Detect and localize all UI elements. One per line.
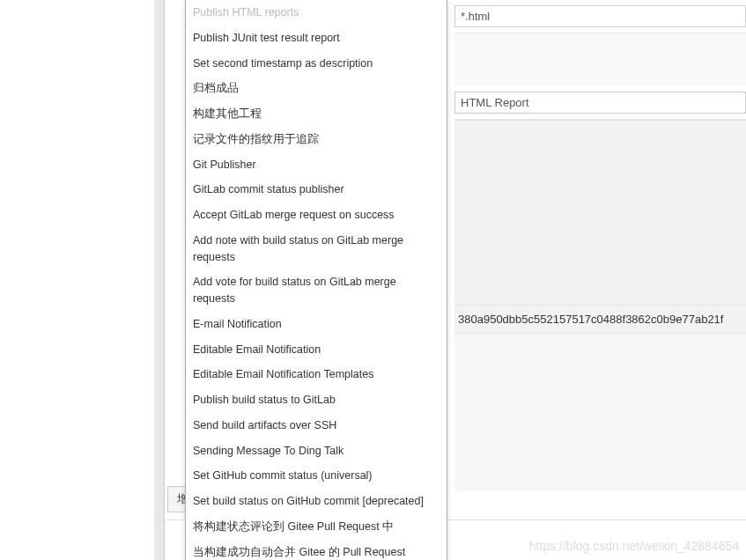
menu-item-build-other[interactable]: 构建其他工程 [186,101,447,127]
menu-item-accept-gitlab-mr[interactable]: Accept GitLab merge request on success [186,203,447,228]
menu-item-github-deprecated[interactable]: Set build status on GitHub commit [depre… [186,489,447,514]
menu-item-dingtalk[interactable]: Sending Message To Ding Talk [186,438,447,464]
post-build-actions-dropdown: Publish HTML reports Publish JUnit test … [185,0,447,560]
menu-item-gitlab-status[interactable]: GitLab commit status publisher [186,177,447,203]
menu-item-ssh-artifacts[interactable]: Send build artifacts over SSH [186,413,447,438]
spacer-row-3 [454,333,746,491]
form-row-2 [454,86,746,120]
menu-item-gitee-comment[interactable]: 将构建状态评论到 Gitee Pull Request 中 [186,514,447,540]
menu-item-git-publisher[interactable]: Git Publisher [186,152,447,178]
menu-item-editable-email[interactable]: Editable Email Notification [186,337,447,363]
menu-item-archive[interactable]: 归档成品 [186,76,447,101]
menu-item-publish-junit[interactable]: Publish JUnit test result report [186,26,447,51]
hash-value-row: 380a950dbb5c552157517c0488f3862c0b9e77ab… [454,305,746,333]
form-right-panel: 380a950dbb5c552157517c0488f3862c0b9e77ab… [454,0,746,491]
report-name-input[interactable] [454,92,746,114]
menu-item-set-timestamp[interactable]: Set second timestamp as description [186,51,447,77]
spacer-row-1 [454,33,746,86]
hash-text: 380a950dbb5c552157517c0488f3862c0b9e77ab… [458,313,723,326]
menu-item-add-note-gitlab[interactable]: Add note with build status on GitLab mer… [186,228,447,270]
menu-item-email[interactable]: E-mail Notification [186,312,447,337]
menu-item-editable-email-tpl[interactable]: Editable Email Notification Templates [186,362,447,387]
menu-item-gitee-merge[interactable]: 当构建成功自动合并 Gitee 的 Pull Request [186,540,447,561]
menu-item-publish-gitlab[interactable]: Publish build status to GitLab [186,387,447,413]
html-pattern-input[interactable] [454,5,746,27]
spacer-row-2 [454,120,746,305]
menu-item-github-status[interactable]: Set GitHub commit status (universal) [186,463,447,489]
section-gutter [154,0,165,560]
menu-item-publish-html: Publish HTML reports [186,0,447,26]
menu-item-add-vote-gitlab[interactable]: Add vote for build status on GitLab merg… [186,269,447,312]
menu-item-fingerprint[interactable]: 记录文件的指纹用于追踪 [186,127,447,152]
form-row-1 [454,0,746,33]
watermark-text: https://blog.csdn.net/weixin_42884654 [529,539,739,553]
